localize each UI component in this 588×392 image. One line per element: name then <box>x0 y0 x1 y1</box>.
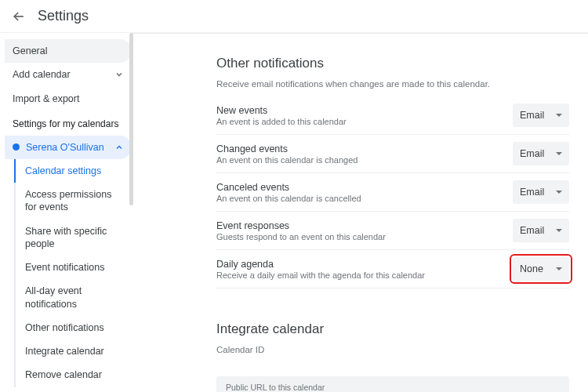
subnav-calendar-settings[interactable]: Calendar settings <box>14 159 132 183</box>
subnav-share-people[interactable]: Share with specific people <box>16 220 132 256</box>
public-url-label: Public URL to this calendar <box>226 383 560 392</box>
subnav-integrate-calendar[interactable]: Integrate calendar <box>16 339 132 363</box>
notif-title: New events <box>216 105 347 116</box>
chevron-down-icon <box>114 70 124 79</box>
notif-desc: An event on this calendar is changed <box>216 155 358 165</box>
sidebar-item-import-export[interactable]: Import & export <box>5 87 132 111</box>
sidebar-section-my-calendars: Settings for my calendars <box>5 111 132 136</box>
notif-dropdown-daily-agenda[interactable]: None <box>513 257 569 281</box>
sidebar-item-add-calendar[interactable]: Add calendar <box>5 63 132 86</box>
subnav-remove-calendar[interactable]: Remove calendar <box>16 363 132 387</box>
dropdown-value: None <box>520 263 543 274</box>
caret-down-icon <box>556 229 562 232</box>
notif-title: Canceled events <box>216 182 361 193</box>
section-desc-other-notifications: Receive email notifications when changes… <box>216 79 569 89</box>
calendar-color-dot <box>13 143 20 151</box>
caret-down-icon <box>556 152 562 155</box>
settings-header: Settings <box>0 0 588 33</box>
sidebar-subnav: Calendar settings Access permissions for… <box>14 159 132 387</box>
dropdown-value: Email <box>520 225 544 236</box>
integrate-section: Integrate calendar Calendar ID Public UR… <box>216 321 569 392</box>
subnav-allday-notifications[interactable]: All-day event notifications <box>16 279 132 316</box>
notif-desc: Receive a daily email with the agenda fo… <box>216 270 425 280</box>
dropdown-value: Email <box>520 148 544 159</box>
caret-down-icon <box>556 191 562 194</box>
notif-row-new-events: New events An event is added to this cal… <box>216 96 569 135</box>
caret-down-icon <box>556 267 562 270</box>
sidebar: General Add calendar Import & export Set… <box>0 33 132 392</box>
notif-dropdown-event-responses[interactable]: Email <box>513 219 569 242</box>
notif-row-daily-agenda: Daily agenda Receive a daily email with … <box>216 250 569 289</box>
notif-desc: An event is added to this calendar <box>216 117 347 126</box>
public-url-box[interactable]: Public URL to this calendar https://cale… <box>216 376 569 392</box>
page-title: Settings <box>38 8 89 24</box>
content-pane: Other notifications Receive email notifi… <box>132 33 588 392</box>
dropdown-value: Email <box>520 110 544 121</box>
subnav-other-notifications[interactable]: Other notifications <box>16 316 132 339</box>
sidebar-item-label: Import & export <box>13 93 79 105</box>
notif-title: Event responses <box>216 220 386 231</box>
section-title-other-notifications: Other notifications <box>216 56 569 71</box>
back-arrow-icon[interactable] <box>9 7 28 26</box>
section-title-integrate: Integrate calendar <box>216 321 569 337</box>
notif-title: Changed events <box>216 143 358 154</box>
calendar-name-label: Serena O'Sullivan <box>26 142 104 153</box>
notif-dropdown-new-events[interactable]: Email <box>513 103 569 127</box>
notif-row-event-responses: Event responses Guests respond to an eve… <box>216 212 569 250</box>
notif-dropdown-changed-events[interactable]: Email <box>513 142 569 165</box>
sidebar-scrollbar[interactable] <box>129 33 133 205</box>
sidebar-calendar-serena[interactable]: Serena O'Sullivan <box>5 136 132 159</box>
notif-title: Daily agenda <box>216 259 425 270</box>
subnav-event-notifications[interactable]: Event notifications <box>16 256 132 279</box>
sidebar-item-label: Add calendar <box>13 68 71 81</box>
dropdown-value: Email <box>520 187 544 198</box>
notif-desc: Guests respond to an event on this calen… <box>216 232 386 241</box>
notif-row-canceled-events: Canceled events An event on this calenda… <box>216 173 569 212</box>
chevron-up-icon <box>114 143 124 152</box>
notif-desc: An event on this calendar is cancelled <box>216 194 361 203</box>
sidebar-item-label: General <box>13 45 47 57</box>
caret-down-icon <box>556 114 562 117</box>
subnav-access-permissions[interactable]: Access permissions for events <box>16 183 132 220</box>
notif-row-changed-events: Changed events An event on this calendar… <box>216 135 569 173</box>
sidebar-calendar-birthdays[interactable]: Birthdays <box>5 387 132 393</box>
sidebar-item-general[interactable]: General <box>5 39 132 63</box>
notif-dropdown-canceled-events[interactable]: Email <box>513 180 569 204</box>
calendar-id-label: Calendar ID <box>216 345 569 354</box>
